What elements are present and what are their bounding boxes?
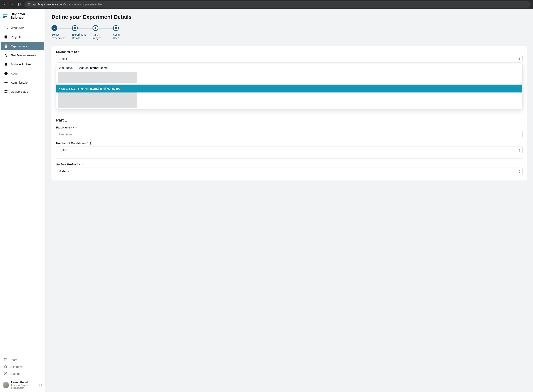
brand-name-2: Science [10,16,25,19]
sidebar-item-experiments[interactable]: Experiments [1,42,44,50]
step-circle-done-icon [51,25,57,31]
num-conditions-field: Number of Conditions * ? -Select- ▴▾ [56,142,523,154]
help-icon[interactable]: ? [73,126,76,129]
svg-rect-12 [5,92,6,93]
step-connector [57,28,72,28]
device-setup-icon [4,90,8,93]
select-sort-icon: ▴▾ [519,57,520,60]
footer-item-support[interactable]: Support [3,370,43,377]
brand-name-1: Brighton [10,12,25,16]
browser-forward-button[interactable] [10,2,14,7]
environment-option[interactable]: 2393505398 - Brighton Internal Demo [56,64,522,72]
step-circle-icon [93,25,98,31]
step-select-experiment[interactable]: SelectExperiment [51,25,72,40]
svg-point-4 [6,56,7,57]
svg-point-9 [6,82,7,83]
surface-profile-select[interactable]: -Select- ▴▾ [56,168,523,175]
environment-option[interactable]: 4726033826 - Brighton Internal Engineeri… [56,84,522,93]
projects-icon [4,35,8,39]
svg-rect-2 [5,36,7,38]
browser-bar: app.brighton-science.com/experiments/com… [0,0,533,9]
environment-selected-value: -Select- [59,57,69,60]
surface-profile-field: Surface Profile * ? -Select- ▴▾ [56,163,523,175]
part-name-input-wrapper [56,131,523,138]
environment-dropdown: 2393505398 - Brighton Internal Demo 4726… [56,64,523,109]
browser-url-bar[interactable]: app.brighton-science.com/experiments/com… [24,1,531,8]
url-path: /experiments/complete-template [64,3,102,6]
environment-select[interactable]: -Select- ▴▾ [56,55,523,62]
footer-item-label: Academy [10,365,23,369]
user-email: labend@Brighton-science.com [11,384,37,389]
part-name-field: Part Name * ? [56,126,523,138]
avatar[interactable] [3,382,9,388]
sidebar-item-administration[interactable]: Administration [1,78,44,87]
brand-mark-icon [3,13,9,19]
step-assign-user[interactable]: AssignUser [113,25,121,40]
url-host: app.brighton-science.com [33,3,64,6]
footer-item-label: Support [10,372,21,375]
sidebar-item-test-measurements[interactable]: Test Measurements [1,51,44,59]
step-circle-icon [113,25,119,31]
brand-logo[interactable]: Brighton Science [0,9,46,23]
workflows-icon [4,26,8,30]
form-panel: Environment ID * -Select- ▴▾ 2393505398 … [51,46,527,181]
help-icon[interactable]: ? [89,142,92,145]
sidebar-item-about[interactable]: About [1,69,44,78]
num-conditions-selected-value: -Select- [59,148,69,152]
store-icon [4,358,8,362]
step-label: PartImages [93,33,101,40]
environment-label: Environment ID [56,50,77,53]
surface-profiles-icon [4,62,8,66]
step-experiment-details[interactable]: ExperimentDetails [72,25,93,40]
svg-rect-10 [5,90,6,91]
redacted-option[interactable] [56,93,522,109]
step-label: ExperimentDetails [72,33,86,40]
step-circle-icon [72,25,78,31]
step-label: AssignUser [113,33,121,40]
browser-back-button[interactable] [2,2,7,7]
footer-item-academy[interactable]: Academy [3,363,43,370]
part-name-input[interactable] [59,133,520,136]
sidebar-item-device-setup[interactable]: Device Setup [1,87,44,96]
required-asterisk: * [87,142,88,145]
sidebar-item-label: Projects [11,35,21,39]
sidebar-item-label: Device Setup [11,90,28,93]
svg-rect-3 [5,36,5,38]
browser-refresh-button[interactable] [17,2,22,7]
select-sort-icon: ▴▾ [519,148,520,152]
step-connector [78,28,93,28]
select-sort-icon: ▴▾ [519,170,520,173]
site-info-icon[interactable] [27,3,31,6]
sidebar-item-workflows[interactable]: Workflows [1,23,44,32]
user-name: Laura Abend [11,381,37,384]
required-asterisk: * [71,126,72,129]
logout-icon[interactable] [39,383,43,387]
support-icon [4,372,8,376]
sidebar-item-label: Surface Profiles [11,63,31,66]
redacted-option[interactable] [56,72,522,84]
sidebar-item-label: Administration [11,81,29,84]
help-icon[interactable]: ? [79,163,82,166]
num-conditions-select[interactable]: -Select- ▴▾ [56,146,523,154]
page-title: Define your Experiment Details [51,14,527,20]
experiments-icon [4,44,8,48]
administration-icon [4,80,8,84]
step-part-images[interactable]: PartImages [93,25,113,40]
num-conditions-label: Number of Conditions [56,142,85,145]
part-section-title: Part 1 [56,118,523,122]
environment-field: Environment ID * -Select- ▴▾ 2393505398 … [56,50,523,109]
sidebar-footer: Store Academy Support [0,355,46,378]
sidebar-item-surface-profiles[interactable]: Surface Profiles [1,60,44,69]
svg-rect-11 [6,90,8,91]
sidebar-item-label: About [11,72,18,75]
required-asterisk: * [77,163,78,166]
surface-profile-selected-value: -Select- [59,170,69,173]
step-connector [98,28,113,28]
footer-item-store[interactable]: Store [3,356,43,363]
sidebar-item-projects[interactable]: Projects [1,33,44,41]
svg-rect-14 [7,92,8,93]
about-icon [4,71,8,75]
svg-rect-13 [6,92,7,93]
svg-rect-15 [6,93,7,93]
svg-rect-7 [6,73,6,74]
